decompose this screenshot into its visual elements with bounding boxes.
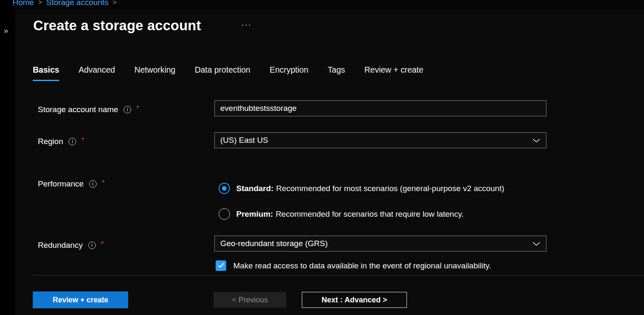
region-selected-value: (US) East US (220, 136, 268, 145)
required-asterisk: * (102, 178, 105, 187)
create-storage-account-page: Home > Storage accounts > » Create a sto… (0, 0, 644, 315)
check-icon (218, 262, 224, 270)
info-icon[interactable]: i (124, 106, 131, 113)
breadcrumb-separator-icon: > (38, 0, 42, 6)
read-access-checkbox-label: Make read access to data available in th… (233, 261, 491, 270)
region-label: Region i * (38, 137, 84, 146)
tab-review-create[interactable]: Review + create (364, 65, 423, 81)
performance-standard-description: Recommended for most scenarios (general-… (276, 184, 504, 193)
storage-account-name-label-text: Storage account name (38, 105, 118, 114)
breadcrumb-home-link[interactable]: Home (13, 0, 34, 7)
performance-premium-text: Premium:Recommended for scenarios that r… (236, 210, 464, 219)
read-access-checkbox[interactable] (216, 260, 226, 271)
performance-standard-text: Standard:Recommended for most scenarios … (236, 184, 504, 193)
tab-data-protection[interactable]: Data protection (195, 65, 250, 81)
redundancy-label-text: Redundancy (38, 241, 83, 250)
review-create-button[interactable]: Review + create (33, 291, 128, 308)
footer-divider (33, 275, 644, 276)
redundancy-select[interactable]: Geo-redundant storage (GRS) (214, 236, 546, 252)
performance-option-standard[interactable]: Standard:Recommended for most scenarios … (219, 183, 504, 194)
storage-account-name-label: Storage account name i * (38, 105, 139, 114)
page-title: Create a storage account (33, 18, 201, 34)
breadcrumb-storage-accounts-link[interactable]: Storage accounts (46, 0, 108, 7)
redundancy-selected-value: Geo-redundant storage (GRS) (220, 239, 328, 248)
read-access-checkbox-row: Make read access to data available in th… (216, 260, 491, 271)
radio-button-premium[interactable] (219, 208, 230, 220)
info-icon[interactable]: i (69, 138, 76, 145)
storage-account-name-input[interactable] (214, 100, 546, 116)
tab-tags[interactable]: Tags (328, 65, 345, 81)
more-options-icon[interactable]: ··· (241, 20, 252, 29)
next-advanced-button[interactable]: Next : Advanced > (302, 292, 407, 308)
chevron-down-icon (532, 239, 541, 248)
breadcrumb: Home > Storage accounts > (13, 0, 116, 7)
performance-label: Performance i * (38, 179, 105, 189)
tab-basics[interactable]: Basics (33, 65, 59, 81)
performance-option-premium[interactable]: Premium:Recommended for scenarios that r… (219, 208, 464, 220)
tab-encryption[interactable]: Encryption (269, 65, 308, 81)
required-asterisk: * (136, 104, 139, 113)
breadcrumb-separator-icon: > (113, 0, 116, 6)
expand-panel-icon[interactable]: » (4, 26, 8, 35)
redundancy-label: Redundancy i * (38, 241, 104, 250)
radio-button-standard[interactable] (219, 183, 230, 194)
info-icon[interactable]: i (89, 180, 97, 188)
left-rail (0, 0, 15, 315)
performance-label-text: Performance (38, 179, 84, 189)
required-asterisk: * (101, 240, 104, 249)
performance-premium-description: Recommended for scenarios that require l… (276, 210, 464, 218)
performance-standard-name: Standard: (236, 184, 274, 193)
tab-networking[interactable]: Networking (135, 65, 176, 81)
region-label-text: Region (38, 137, 63, 146)
previous-button[interactable]: < Previous (214, 292, 286, 308)
tab-bar: Basics Advanced Networking Data protecti… (33, 65, 423, 81)
region-select[interactable]: (US) East US (214, 132, 546, 148)
performance-premium-name: Premium: (236, 210, 273, 218)
chevron-down-icon (532, 136, 541, 145)
tab-advanced[interactable]: Advanced (79, 65, 115, 81)
required-asterisk: * (81, 136, 84, 145)
info-icon[interactable]: i (88, 242, 96, 249)
